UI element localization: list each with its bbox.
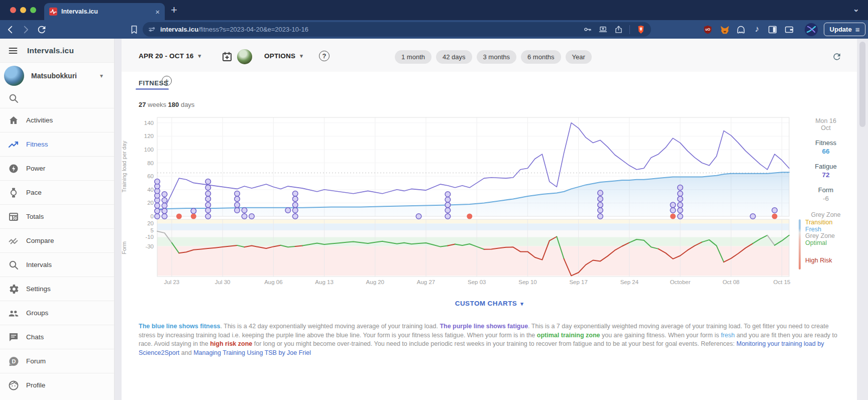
ghost-extension-icon[interactable] <box>735 24 746 35</box>
scrollbar-thumb[interactable] <box>859 42 865 127</box>
fitness-chart[interactable]: 020406080100120140205-10-30Jul 23Jul 30A… <box>0 115 868 289</box>
sidebar-item-profile[interactable]: Profile <box>0 373 114 397</box>
forward-button[interactable] <box>20 24 31 35</box>
activity-dot[interactable] <box>598 196 603 202</box>
activity-dot[interactable] <box>155 184 160 189</box>
url-text[interactable]: intervals.icu/fitness?s=2023-04-20&e=202… <box>160 26 583 33</box>
sidebar-item-fitness[interactable]: Fitness <box>0 132 114 156</box>
activity-dot[interactable] <box>598 202 603 208</box>
sidebar-item-intervals[interactable]: Intervals <box>0 252 114 277</box>
user-caret-icon[interactable]: ▾ <box>100 72 103 79</box>
refresh-icon[interactable] <box>832 52 842 62</box>
activity-dot[interactable] <box>678 202 683 208</box>
activity-dot[interactable] <box>670 208 676 213</box>
media-control-icon[interactable]: ♪ <box>751 24 763 35</box>
window-zoom-button[interactable] <box>30 7 36 13</box>
brave-leo-icon[interactable] <box>805 23 818 36</box>
activity-dot[interactable] <box>155 208 160 214</box>
activity-dot[interactable] <box>670 202 676 208</box>
activity-dot[interactable] <box>598 208 603 213</box>
activity-dot[interactable] <box>416 214 421 219</box>
reference-link[interactable]: Managing Training Using TSB by Joe Friel <box>193 349 311 356</box>
range-button-3-months[interactable]: 3 months <box>477 50 516 64</box>
sidebar-item-settings[interactable]: Settings <box>0 277 114 301</box>
activity-dot[interactable] <box>285 208 291 213</box>
rest-day-dot[interactable] <box>467 214 472 219</box>
range-button-6-months[interactable]: 6 months <box>521 50 561 64</box>
window-minimize-button[interactable] <box>20 7 26 13</box>
activity-dot[interactable] <box>678 191 683 196</box>
activity-dot[interactable] <box>155 193 160 198</box>
help-icon[interactable]: ? <box>319 51 330 61</box>
metamask-extension-icon[interactable] <box>719 24 730 35</box>
activity-dot[interactable] <box>445 192 451 197</box>
activity-dot[interactable] <box>162 214 167 219</box>
sidebar-item-compare[interactable]: Compare <box>0 228 114 252</box>
activity-dot[interactable] <box>162 208 167 214</box>
activity-dot[interactable] <box>162 203 167 208</box>
url-bar[interactable]: intervals.icu/fitness?s=2023-04-20&e=202… <box>143 22 651 37</box>
rest-day-dot[interactable] <box>670 214 676 219</box>
activity-dot[interactable] <box>598 190 603 196</box>
browser-menu-icon[interactable]: ≡ <box>855 25 860 34</box>
activity-dot[interactable] <box>205 185 211 190</box>
rest-day-dot[interactable] <box>191 214 196 219</box>
activity-dot[interactable] <box>292 208 298 213</box>
wallet-icon[interactable] <box>784 24 795 35</box>
bookmark-icon[interactable] <box>129 24 140 35</box>
activity-dot[interactable] <box>205 196 211 202</box>
range-button-year[interactable]: Year <box>566 50 592 64</box>
browser-tab[interactable]: Intervals.icu × <box>44 3 165 20</box>
share-icon[interactable] <box>614 25 623 34</box>
activity-dot[interactable] <box>162 198 167 203</box>
password-key-icon[interactable] <box>583 25 592 34</box>
activity-dot[interactable] <box>445 197 451 202</box>
activity-dot[interactable] <box>235 191 240 196</box>
browser-update-button[interactable]: Update≡ <box>824 23 865 36</box>
sidebar-search[interactable] <box>0 89 114 108</box>
sidebar-item-activities[interactable]: Activities <box>0 108 114 132</box>
options-button[interactable]: OPTIONS▾ <box>264 52 303 60</box>
custom-charts-button[interactable]: CUSTOM CHARTS▾ <box>122 300 857 307</box>
user-menu[interactable]: Matsubokkuri ▾ <box>0 63 114 89</box>
sidebar-item-groups[interactable]: Groups <box>0 301 114 325</box>
activity-dot[interactable] <box>292 191 298 196</box>
search-icon[interactable] <box>8 92 20 104</box>
activity-dot[interactable] <box>678 214 683 219</box>
range-button-42-days[interactable]: 42 days <box>436 50 472 64</box>
activity-dot[interactable] <box>249 214 255 219</box>
hamburger-menu-icon[interactable] <box>8 46 18 56</box>
activity-dot[interactable] <box>155 188 160 194</box>
sidebar-item-forum[interactable]: DForum <box>0 349 114 373</box>
tune-icon[interactable] <box>148 25 156 34</box>
add-chart-tab-button[interactable]: + <box>162 76 172 86</box>
activity-dot[interactable] <box>205 179 211 184</box>
calendar-add-icon[interactable] <box>221 51 233 63</box>
activity-dot[interactable] <box>205 214 211 219</box>
sidebar-item-chats[interactable]: Chats <box>0 325 114 349</box>
activity-dot[interactable] <box>235 196 240 202</box>
athlete-avatar[interactable] <box>237 49 252 64</box>
activity-dot[interactable] <box>235 202 240 208</box>
ublock-extension-icon[interactable]: uO <box>702 24 713 35</box>
rest-day-dot[interactable] <box>176 214 182 219</box>
activity-dot[interactable] <box>191 208 196 214</box>
activity-dot[interactable] <box>598 214 603 219</box>
back-button[interactable] <box>5 24 16 35</box>
window-close-button[interactable] <box>10 7 16 13</box>
sidebar-toggle-icon[interactable] <box>767 24 778 35</box>
activity-dot[interactable] <box>772 208 778 213</box>
sidebar-item-power[interactable]: Power <box>0 156 114 180</box>
sidebar-item-pace[interactable]: Pace <box>0 180 114 204</box>
activity-dot[interactable] <box>678 185 683 190</box>
date-range-selector[interactable]: APR 20 - OCT 16▾ <box>139 52 201 60</box>
activity-dot[interactable] <box>155 198 160 203</box>
activity-dot[interactable] <box>292 214 298 219</box>
activity-dot[interactable] <box>205 191 211 196</box>
activity-dot[interactable] <box>445 202 451 208</box>
activity-dot[interactable] <box>445 214 451 219</box>
activity-dot[interactable] <box>205 208 211 213</box>
tab-close-icon[interactable]: × <box>155 8 160 16</box>
user-avatar[interactable] <box>4 66 24 86</box>
activity-dot[interactable] <box>445 208 451 213</box>
